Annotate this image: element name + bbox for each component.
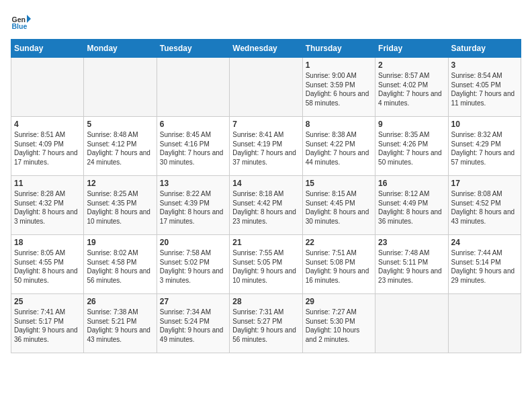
- day-info: Sunrise: 7:55 AM Sunset: 5:05 PM Dayligh…: [232, 248, 299, 285]
- day-info: Sunrise: 7:41 AM Sunset: 5:17 PM Dayligh…: [14, 308, 81, 344]
- calendar-cell: 7Sunrise: 8:41 AM Sunset: 4:19 PM Daylig…: [230, 117, 302, 176]
- calendar-cell: 28Sunrise: 7:31 AM Sunset: 5:27 PM Dayli…: [230, 294, 302, 353]
- calendar-cell: 6Sunrise: 8:45 AM Sunset: 4:16 PM Daylig…: [157, 117, 229, 176]
- day-info: Sunrise: 7:58 AM Sunset: 5:02 PM Dayligh…: [160, 248, 226, 285]
- day-info: Sunrise: 8:57 AM Sunset: 4:02 PM Dayligh…: [378, 71, 445, 107]
- header-day-friday: Friday: [375, 40, 448, 58]
- logo-icon: Gen Blue: [11, 11, 31, 31]
- calendar-cell: 14Sunrise: 8:18 AM Sunset: 4:42 PM Dayli…: [230, 176, 302, 235]
- day-number: 8: [306, 120, 372, 129]
- day-number: 28: [232, 297, 299, 306]
- day-number: 18: [14, 238, 81, 247]
- calendar-cell: 1Sunrise: 9:00 AM Sunset: 3:59 PM Daylig…: [302, 58, 375, 117]
- calendar-cell: 2Sunrise: 8:57 AM Sunset: 4:02 PM Daylig…: [375, 58, 448, 117]
- calendar-cell: 9Sunrise: 8:35 AM Sunset: 4:26 PM Daylig…: [375, 117, 448, 176]
- day-number: 1: [306, 60, 372, 70]
- day-info: Sunrise: 8:32 AM Sunset: 4:29 PM Dayligh…: [451, 130, 518, 167]
- svg-text:Blue: Blue: [12, 22, 28, 30]
- day-info: Sunrise: 7:31 AM Sunset: 5:27 PM Dayligh…: [232, 308, 299, 344]
- day-number: 16: [378, 179, 445, 188]
- day-info: Sunrise: 8:22 AM Sunset: 4:39 PM Dayligh…: [160, 189, 226, 226]
- day-info: Sunrise: 8:41 AM Sunset: 4:19 PM Dayligh…: [232, 130, 299, 167]
- day-number: 23: [378, 238, 445, 247]
- calendar-cell: 23Sunrise: 7:48 AM Sunset: 5:11 PM Dayli…: [375, 235, 448, 294]
- header-row: SundayMondayTuesdayWednesdayThursdayFrid…: [11, 40, 521, 58]
- day-number: 10: [451, 120, 518, 129]
- day-number: 26: [87, 297, 153, 306]
- calendar-cell: 13Sunrise: 8:22 AM Sunset: 4:39 PM Dayli…: [157, 176, 229, 235]
- day-number: 5: [87, 120, 153, 129]
- day-info: Sunrise: 7:51 AM Sunset: 5:08 PM Dayligh…: [306, 248, 372, 285]
- header-day-wednesday: Wednesday: [230, 40, 302, 58]
- day-number: 13: [160, 179, 226, 188]
- calendar-cell: 12Sunrise: 8:25 AM Sunset: 4:35 PM Dayli…: [84, 176, 157, 235]
- calendar-table: SundayMondayTuesdayWednesdayThursdayFrid…: [11, 39, 521, 353]
- day-number: 29: [306, 297, 372, 306]
- calendar-cell: [375, 294, 448, 353]
- day-info: Sunrise: 8:18 AM Sunset: 4:42 PM Dayligh…: [232, 189, 299, 226]
- day-number: 2: [378, 60, 445, 70]
- day-info: Sunrise: 7:38 AM Sunset: 5:21 PM Dayligh…: [87, 308, 153, 344]
- day-info: Sunrise: 8:54 AM Sunset: 4:05 PM Dayligh…: [451, 71, 518, 107]
- day-info: Sunrise: 7:34 AM Sunset: 5:24 PM Dayligh…: [160, 308, 226, 344]
- week-row-4: 18Sunrise: 8:05 AM Sunset: 4:55 PM Dayli…: [11, 235, 521, 294]
- day-number: 15: [306, 179, 372, 188]
- page-header: Gen Blue: [11, 11, 521, 31]
- day-info: Sunrise: 8:05 AM Sunset: 4:55 PM Dayligh…: [14, 248, 81, 285]
- day-info: Sunrise: 8:08 AM Sunset: 4:52 PM Dayligh…: [451, 189, 518, 226]
- day-info: Sunrise: 7:27 AM Sunset: 5:30 PM Dayligh…: [306, 308, 372, 344]
- calendar-cell: 27Sunrise: 7:34 AM Sunset: 5:24 PM Dayli…: [157, 294, 229, 353]
- calendar-cell: 17Sunrise: 8:08 AM Sunset: 4:52 PM Dayli…: [448, 176, 521, 235]
- day-number: 9: [378, 120, 445, 129]
- calendar-cell: 25Sunrise: 7:41 AM Sunset: 5:17 PM Dayli…: [11, 294, 84, 353]
- day-info: Sunrise: 8:28 AM Sunset: 4:32 PM Dayligh…: [14, 189, 81, 226]
- day-info: Sunrise: 8:38 AM Sunset: 4:22 PM Dayligh…: [306, 130, 372, 167]
- day-number: 6: [160, 120, 226, 129]
- day-number: 3: [451, 60, 518, 70]
- calendar-cell: 19Sunrise: 8:02 AM Sunset: 4:58 PM Dayli…: [84, 235, 157, 294]
- week-row-3: 11Sunrise: 8:28 AM Sunset: 4:32 PM Dayli…: [11, 176, 521, 235]
- day-info: Sunrise: 8:25 AM Sunset: 4:35 PM Dayligh…: [87, 189, 153, 226]
- day-info: Sunrise: 8:02 AM Sunset: 4:58 PM Dayligh…: [87, 248, 153, 285]
- week-row-5: 25Sunrise: 7:41 AM Sunset: 5:17 PM Dayli…: [11, 294, 521, 353]
- header-day-sunday: Sunday: [11, 40, 84, 58]
- day-number: 11: [14, 179, 81, 188]
- calendar-cell: 22Sunrise: 7:51 AM Sunset: 5:08 PM Dayli…: [302, 235, 375, 294]
- day-number: 27: [160, 297, 226, 306]
- day-info: Sunrise: 8:15 AM Sunset: 4:45 PM Dayligh…: [306, 189, 372, 226]
- calendar-cell: 18Sunrise: 8:05 AM Sunset: 4:55 PM Dayli…: [11, 235, 84, 294]
- calendar-cell: [448, 294, 521, 353]
- day-number: 24: [451, 238, 518, 247]
- day-info: Sunrise: 8:12 AM Sunset: 4:49 PM Dayligh…: [378, 189, 445, 226]
- header-day-monday: Monday: [84, 40, 157, 58]
- day-number: 25: [14, 297, 81, 306]
- day-number: 19: [87, 238, 153, 247]
- calendar-cell: 8Sunrise: 8:38 AM Sunset: 4:22 PM Daylig…: [302, 117, 375, 176]
- day-info: Sunrise: 8:35 AM Sunset: 4:26 PM Dayligh…: [378, 130, 445, 167]
- header-day-saturday: Saturday: [448, 40, 521, 58]
- calendar-cell: 10Sunrise: 8:32 AM Sunset: 4:29 PM Dayli…: [448, 117, 521, 176]
- day-info: Sunrise: 8:45 AM Sunset: 4:16 PM Dayligh…: [160, 130, 226, 167]
- day-number: 20: [160, 238, 226, 247]
- header-day-thursday: Thursday: [302, 40, 375, 58]
- header-day-tuesday: Tuesday: [157, 40, 229, 58]
- calendar-cell: 5Sunrise: 8:48 AM Sunset: 4:12 PM Daylig…: [84, 117, 157, 176]
- day-info: Sunrise: 9:00 AM Sunset: 3:59 PM Dayligh…: [306, 71, 372, 107]
- calendar-cell: 3Sunrise: 8:54 AM Sunset: 4:05 PM Daylig…: [448, 58, 521, 117]
- day-info: Sunrise: 7:44 AM Sunset: 5:14 PM Dayligh…: [451, 248, 518, 285]
- calendar-cell: [157, 58, 229, 117]
- calendar-cell: 29Sunrise: 7:27 AM Sunset: 5:30 PM Dayli…: [302, 294, 375, 353]
- logo: Gen Blue: [11, 11, 35, 31]
- calendar-cell: 11Sunrise: 8:28 AM Sunset: 4:32 PM Dayli…: [11, 176, 84, 235]
- svg-marker-2: [27, 15, 31, 23]
- day-number: 7: [232, 120, 299, 129]
- calendar-cell: [84, 58, 157, 117]
- day-info: Sunrise: 8:48 AM Sunset: 4:12 PM Dayligh…: [87, 130, 153, 167]
- calendar-cell: 26Sunrise: 7:38 AM Sunset: 5:21 PM Dayli…: [84, 294, 157, 353]
- day-number: 22: [306, 238, 372, 247]
- calendar-cell: [230, 58, 302, 117]
- week-row-2: 4Sunrise: 8:51 AM Sunset: 4:09 PM Daylig…: [11, 117, 521, 176]
- day-number: 21: [232, 238, 299, 247]
- week-row-1: 1Sunrise: 9:00 AM Sunset: 3:59 PM Daylig…: [11, 58, 521, 117]
- day-number: 12: [87, 179, 153, 188]
